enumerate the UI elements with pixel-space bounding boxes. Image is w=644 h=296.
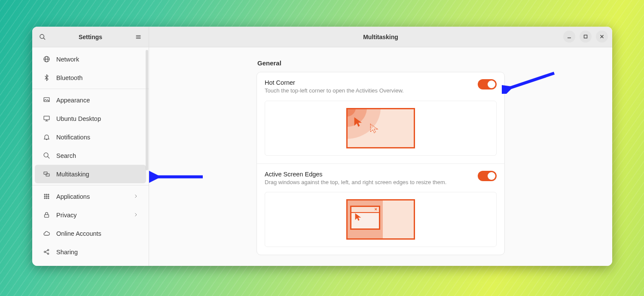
- window-controls: [563, 31, 608, 43]
- multitask-icon: [43, 170, 50, 178]
- sidebar-item-multitasking[interactable]: Multitasking: [35, 165, 146, 183]
- sidebar: Settings NetworkBluetoothAppearanceUbunt…: [32, 27, 149, 266]
- sidebar-item-label: Network: [56, 56, 79, 63]
- sidebar-item-label: Bluetooth: [56, 74, 82, 81]
- hot-corner-toggle[interactable]: [478, 79, 497, 89]
- bluetooth-icon: [43, 74, 50, 81]
- sidebar-item-sharing[interactable]: Sharing: [35, 243, 146, 261]
- page-title: Multitasking: [363, 34, 398, 40]
- maximize-button[interactable]: [580, 31, 592, 43]
- sidebar-item-bluetooth[interactable]: Bluetooth: [35, 68, 146, 87]
- sidebar-scrollbar[interactable]: [146, 50, 148, 170]
- main-panel: Multitasking General: [149, 27, 612, 266]
- sidebar-item-label: Sharing: [56, 249, 78, 256]
- lock-icon: [43, 211, 50, 219]
- nav-separator: [32, 89, 149, 89]
- search-icon-wrap: [43, 152, 50, 160]
- screen-edges-subtitle: Drag windows against the top, left, and …: [265, 179, 478, 186]
- cursor-outline-icon: [369, 123, 380, 134]
- hamburger-menu-button[interactable]: [132, 31, 144, 43]
- sidebar-item-notifications[interactable]: Notifications: [35, 128, 146, 146]
- sidebar-item-search[interactable]: Search: [35, 146, 146, 165]
- maximize-icon: [583, 34, 588, 39]
- sidebar-item-privacy[interactable]: Privacy: [35, 206, 146, 224]
- search-button[interactable]: [37, 31, 49, 43]
- hot-corner-illustration-frame: [265, 101, 497, 156]
- svg-point-21: [48, 196, 49, 197]
- minimize-button[interactable]: [563, 31, 575, 43]
- section-title-general: General: [257, 59, 505, 67]
- svg-rect-32: [584, 35, 587, 38]
- nav-separator: [32, 185, 149, 185]
- search-icon: [39, 34, 46, 40]
- hot-corner-title: Hot Corner: [265, 79, 478, 86]
- hot-corner-subtitle: Touch the top-left corner to open the Ac…: [265, 87, 478, 95]
- hot-corner-illustration: [346, 108, 415, 148]
- globe-icon-wrap: [43, 56, 50, 63]
- sidebar-item-ubuntu-desktop[interactable]: Ubuntu Desktop: [35, 109, 146, 128]
- cursor-solid-icon: [354, 212, 363, 222]
- hot-corner-card: Hot Corner Touch the top-left corner to …: [257, 72, 504, 164]
- sidebar-header: Settings: [32, 27, 149, 47]
- apps-icon: [43, 193, 50, 200]
- desktop-icon: [43, 115, 50, 122]
- chevron-right-icon: [133, 212, 138, 219]
- screen-edges-illustration: ×: [346, 199, 415, 240]
- sidebar-item-online-accounts[interactable]: Online Accounts: [35, 224, 146, 243]
- svg-point-17: [46, 194, 47, 195]
- search-icon: [43, 152, 50, 159]
- bell-icon-wrap: [43, 133, 50, 141]
- cloud-icon-wrap: [43, 230, 50, 237]
- svg-rect-25: [44, 215, 49, 217]
- sidebar-item-label: Privacy: [56, 212, 77, 219]
- sidebar-item-label: Search: [56, 152, 76, 159]
- apps-icon-wrap: [43, 193, 50, 200]
- svg-line-13: [47, 157, 49, 158]
- settings-window: Settings NetworkBluetoothAppearanceUbunt…: [32, 27, 612, 266]
- content-area: General Hot Corner Touch the top-left co…: [149, 47, 612, 266]
- sidebar-item-appearance[interactable]: Appearance: [35, 91, 146, 109]
- screen-edges-title: Active Screen Edges: [265, 171, 478, 178]
- sidebar-title: Settings: [49, 34, 132, 40]
- globe-icon: [43, 56, 50, 63]
- appearance-icon: [43, 96, 50, 104]
- main-header: Multitasking: [149, 27, 612, 47]
- sidebar-item-label: Notifications: [56, 134, 90, 141]
- cursor-solid-icon: [352, 116, 364, 128]
- svg-point-20: [46, 196, 47, 197]
- lock-icon-wrap: [43, 211, 50, 219]
- close-icon: [600, 34, 604, 39]
- minimize-icon: [567, 34, 571, 39]
- screen-edges-toggle[interactable]: [478, 171, 497, 181]
- close-button[interactable]: [596, 31, 608, 43]
- share-icon-wrap: [43, 248, 50, 256]
- sidebar-item-network[interactable]: Network: [35, 50, 146, 68]
- svg-point-0: [40, 34, 44, 38]
- chevron-right-icon: [133, 193, 138, 200]
- svg-point-19: [44, 196, 45, 197]
- multitask-icon-wrap: [43, 170, 50, 178]
- svg-point-23: [46, 198, 47, 199]
- cloud-icon: [43, 230, 50, 237]
- bell-icon: [43, 133, 50, 141]
- desktop-icon-wrap: [43, 115, 50, 123]
- screen-edges-card: Active Screen Edges Drag windows against…: [257, 164, 504, 255]
- sidebar-item-label: Applications: [56, 193, 90, 200]
- general-card-group: Hot Corner Touch the top-left corner to …: [256, 72, 505, 255]
- hamburger-icon: [135, 34, 142, 40]
- svg-line-1: [43, 38, 45, 40]
- sidebar-item-applications[interactable]: Applications: [35, 187, 146, 206]
- svg-point-16: [44, 194, 45, 195]
- bluetooth-icon-wrap: [43, 74, 50, 82]
- svg-point-24: [48, 198, 49, 199]
- svg-line-29: [45, 250, 47, 252]
- share-icon: [43, 248, 50, 256]
- sidebar-item-label: Appearance: [56, 97, 90, 104]
- svg-point-22: [44, 198, 45, 199]
- sidebar-item-label: Multitasking: [56, 171, 89, 178]
- svg-line-30: [45, 252, 47, 253]
- svg-point-18: [48, 194, 49, 195]
- sidebar-item-label: Online Accounts: [56, 230, 101, 237]
- screen-edges-illustration-frame: ×: [265, 192, 497, 247]
- sidebar-nav: NetworkBluetoothAppearanceUbuntu Desktop…: [32, 47, 149, 266]
